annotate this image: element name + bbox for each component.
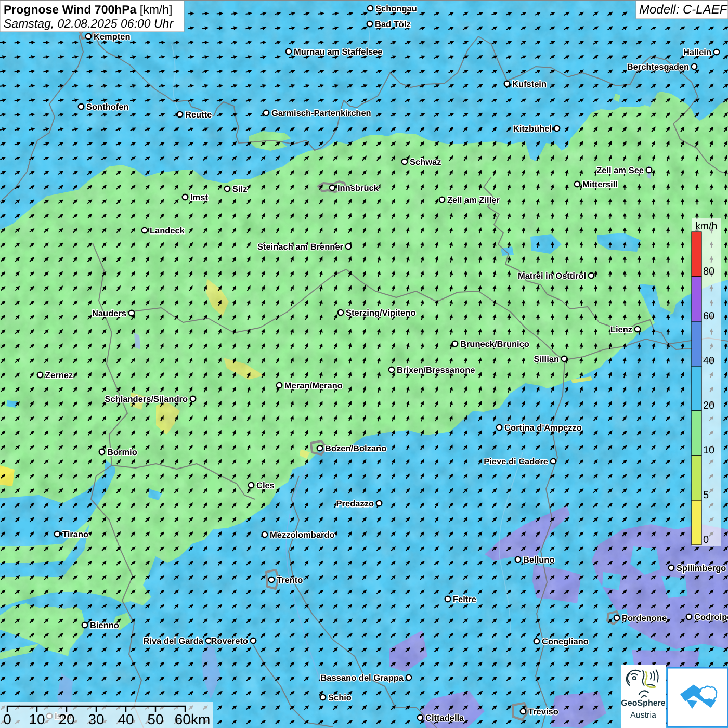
svg-text:Kufstein: Kufstein: [512, 80, 547, 89]
svg-text:Steinach am Brenner: Steinach am Brenner: [257, 242, 344, 252]
svg-text:Codroipo: Codroipo: [694, 613, 728, 622]
svg-text:20: 20: [703, 400, 714, 411]
svg-text:Schlanders/Silandro: Schlanders/Silandro: [105, 395, 188, 404]
svg-text:10: 10: [703, 445, 714, 456]
svg-text:Samstag, 02.08.2025 06:00 Uhr: Samstag, 02.08.2025 06:00 Uhr: [4, 17, 174, 30]
svg-text:Feltre: Feltre: [453, 595, 476, 604]
svg-text:Austria: Austria: [630, 711, 656, 720]
svg-text:30: 30: [88, 711, 104, 727]
svg-text:Berchtesgaden: Berchtesgaden: [627, 62, 689, 72]
svg-text:Meran/Merano: Meran/Merano: [284, 381, 343, 391]
svg-text:Cittadella: Cittadella: [425, 713, 464, 723]
svg-text:60: 60: [703, 310, 714, 322]
svg-text:50: 50: [147, 711, 163, 727]
svg-text:Brixen/Bressanone: Brixen/Bressanone: [397, 366, 475, 375]
svg-text:Conegliano: Conegliano: [542, 637, 589, 646]
svg-text:40: 40: [118, 711, 134, 727]
svg-text:Mezzolombardo: Mezzolombardo: [270, 530, 335, 540]
svg-text:Mittersill: Mittersill: [582, 180, 618, 189]
svg-text:Silz: Silz: [232, 185, 247, 194]
svg-text:Zell am See: Zell am See: [596, 166, 644, 175]
svg-text:Spilimbergo: Spilimbergo: [677, 564, 726, 573]
svg-text:Rovereto: Rovereto: [211, 636, 248, 646]
svg-text:Cortina d'Ampezzo: Cortina d'Ampezzo: [504, 423, 582, 433]
svg-text:0: 0: [703, 534, 709, 545]
svg-text:Bassano del Grappa: Bassano del Grappa: [320, 673, 404, 683]
svg-text:Bormio: Bormio: [107, 448, 137, 457]
svg-text:Lienz: Lienz: [610, 325, 632, 334]
svg-text:Trento: Trento: [277, 576, 303, 585]
svg-text:20: 20: [58, 711, 74, 727]
svg-text:Hallein: Hallein: [683, 48, 711, 57]
svg-text:Cles: Cles: [256, 481, 275, 490]
svg-text:Riva del Garda: Riva del Garda: [143, 636, 203, 646]
svg-text:0: 0: [3, 711, 11, 727]
svg-text:Schio: Schio: [328, 693, 352, 703]
svg-text:Murnau am Staffelsee: Murnau am Staffelsee: [294, 47, 383, 57]
svg-text:Matrei in Osttirol: Matrei in Osttirol: [518, 271, 586, 281]
svg-text:Schwaz: Schwaz: [410, 158, 441, 167]
svg-text:5: 5: [703, 489, 709, 501]
svg-text:GeoSphere: GeoSphere: [621, 699, 665, 708]
svg-text:Kitzbühel: Kitzbühel: [513, 124, 552, 134]
svg-text:40: 40: [703, 355, 714, 367]
svg-text:10: 10: [29, 711, 45, 727]
svg-text:Pordenone: Pordenone: [622, 614, 667, 623]
svg-text:Reutte: Reutte: [185, 110, 212, 120]
svg-text:60km: 60km: [175, 711, 210, 727]
svg-text:Sonthofen: Sonthofen: [86, 102, 129, 112]
svg-text:Tirano: Tirano: [62, 530, 88, 539]
svg-text:Treviso: Treviso: [528, 707, 558, 717]
svg-text:80: 80: [703, 266, 714, 277]
svg-text:km/h: km/h: [695, 220, 717, 232]
svg-text:Garmisch-Partenkirchen: Garmisch-Partenkirchen: [271, 109, 371, 118]
svg-text:Pieve di Cadore: Pieve di Cadore: [484, 457, 548, 466]
svg-text:Bruneck/Brunico: Bruneck/Brunico: [460, 340, 529, 349]
svg-text:Predazzo: Predazzo: [336, 499, 374, 509]
svg-text:Landeck: Landeck: [150, 226, 185, 236]
svg-text:Prognose Wind 700hPa [km/h]: Prognose Wind 700hPa [km/h]: [4, 3, 172, 16]
svg-text:Kempten: Kempten: [94, 32, 131, 42]
svg-text:Zell am Ziller: Zell am Ziller: [447, 196, 500, 205]
svg-text:Bienno: Bienno: [90, 621, 119, 630]
svg-text:Belluno: Belluno: [523, 555, 555, 565]
svg-text:Imst: Imst: [190, 193, 208, 202]
svg-text:Sillian: Sillian: [534, 355, 559, 364]
svg-text:Innsbruck: Innsbruck: [337, 184, 379, 193]
svg-text:Sterzing/Vipiteno: Sterzing/Vipiteno: [346, 308, 415, 318]
svg-text:Nauders: Nauders: [92, 309, 126, 318]
svg-text:Zernez: Zernez: [45, 371, 73, 380]
svg-text:Bad Tölz: Bad Tölz: [375, 20, 411, 29]
svg-text:Modell: C-LAEF: Modell: C-LAEF: [639, 3, 728, 17]
svg-text:Schongau: Schongau: [375, 4, 417, 14]
svg-text:Bozen/Bolzano: Bozen/Bolzano: [325, 444, 386, 453]
